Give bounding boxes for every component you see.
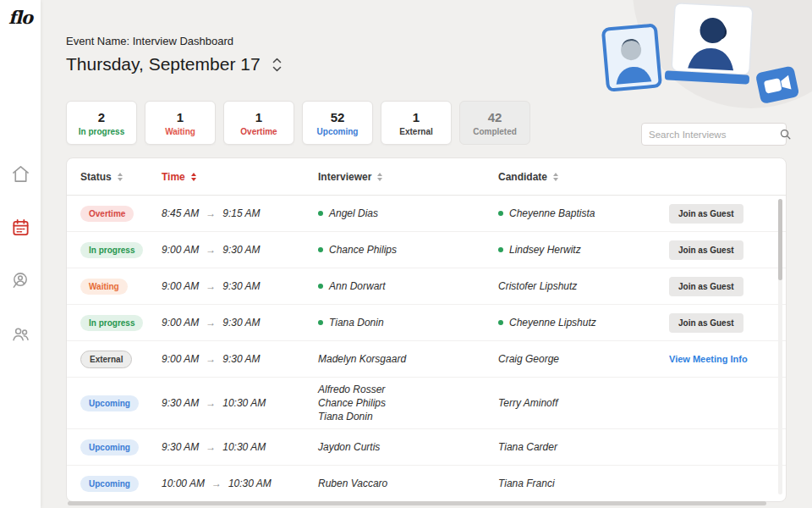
time-range: 9:00 AM→9:30 AM <box>162 244 318 256</box>
end-time: 9:30 AM <box>222 280 260 292</box>
end-time: 9:30 AM <box>222 244 260 256</box>
time-range: 10:00 AM→10:30 AM <box>162 478 318 489</box>
person-name: Jaydon Curtis <box>318 440 498 454</box>
sidebar-item-calendar[interactable] <box>10 217 30 237</box>
stat-count: 52 <box>331 110 345 124</box>
sort-icon[interactable] <box>553 173 558 181</box>
vertical-scrollbar-thumb[interactable] <box>778 199 782 280</box>
action-cell: Join as Guest <box>669 277 772 296</box>
column-header[interactable]: Time <box>162 171 318 183</box>
status-cell: In progress <box>80 315 162 331</box>
laptop-illustration <box>665 70 749 84</box>
arrow-right-icon: → <box>211 478 222 489</box>
time-range: 9:00 AM→9:30 AM <box>162 353 318 365</box>
home-icon <box>11 164 30 184</box>
join-as-guest-button[interactable]: Join as Guest <box>669 313 743 333</box>
interviewer-card-illustration <box>603 25 661 91</box>
sidebar-item-candidate-search[interactable] <box>10 270 30 290</box>
column-header[interactable]: Status <box>80 171 162 183</box>
status-badge: Waiting <box>80 279 128 295</box>
action-cell: Join as Guest <box>669 240 772 260</box>
table-header-row: Status Time Interviewer Candidate <box>67 158 786 196</box>
start-time: 9:30 AM <box>162 441 199 453</box>
status-badge: Upcoming <box>80 439 139 456</box>
start-time: 10:00 AM <box>162 478 205 489</box>
status-cell: In progress <box>80 242 162 258</box>
person-name: Terry Aminoff <box>498 396 669 410</box>
sort-icon[interactable] <box>191 173 196 181</box>
horizontal-scrollbar-thumb[interactable] <box>68 501 766 505</box>
vertical-scrollbar[interactable] <box>778 199 782 494</box>
action-cell: View Meeting Info <box>669 353 772 365</box>
status-cell: External <box>80 351 162 368</box>
person-name: Ann Dorwart <box>318 279 498 293</box>
sidebar-item-team[interactable] <box>10 323 30 344</box>
candidate-cell: Lindsey Herwitz <box>498 243 669 257</box>
stat-card[interactable]: 1 External <box>381 101 452 145</box>
candidate-cell: Terry Aminoff <box>498 396 669 410</box>
calendar-icon <box>11 218 30 237</box>
stat-card[interactable]: 1 Waiting <box>145 101 216 145</box>
person-name: Cheyenne Baptista <box>498 207 669 220</box>
table-row: In progress 9:00 AM→9:30 AM Chance Phili… <box>67 232 786 268</box>
search-input[interactable] <box>649 130 779 140</box>
join-as-guest-button[interactable]: Join as Guest <box>669 240 743 260</box>
person-name: Tiana Franci <box>498 477 669 490</box>
sidebar: flo <box>0 0 41 508</box>
stat-count: 1 <box>255 110 262 124</box>
online-dot <box>318 284 323 289</box>
person-name: Alfredo Rosser <box>318 383 498 396</box>
search-icon[interactable] <box>779 128 792 141</box>
person-name: Chance Philips <box>318 243 498 257</box>
end-time: 9:15 AM <box>222 207 260 219</box>
end-time: 9:30 AM <box>222 353 260 365</box>
stat-card[interactable]: 2 In progress <box>66 101 137 145</box>
sort-icon[interactable] <box>118 173 123 181</box>
search-box <box>641 123 787 146</box>
end-time: 10:30 AM <box>222 441 266 453</box>
status-badge: External <box>80 351 132 368</box>
person-name: Lindsey Herwitz <box>498 243 669 257</box>
status-cell: Upcoming <box>80 395 162 411</box>
column-header[interactable]: Candidate <box>498 171 669 183</box>
time-range: 9:30 AM→10:30 AM <box>162 397 318 409</box>
sidebar-nav <box>0 163 41 344</box>
sidebar-item-home[interactable] <box>10 163 30 184</box>
background-blob <box>633 0 812 108</box>
date-stepper[interactable] <box>272 57 282 73</box>
person-search-icon <box>11 271 30 290</box>
stat-label: Waiting <box>165 127 195 136</box>
status-badge: In progress <box>80 242 143 258</box>
arrow-right-icon: → <box>206 353 216 365</box>
person-name: Tiana Carder <box>498 440 669 454</box>
stat-label: In progress <box>79 127 124 136</box>
online-dot <box>498 320 503 325</box>
column-header-label: Interviewer <box>318 171 371 183</box>
join-as-guest-button[interactable]: Join as Guest <box>669 204 743 224</box>
stat-card[interactable]: 42 Completed <box>459 101 530 145</box>
online-dot <box>498 211 503 216</box>
status-badge: Upcoming <box>80 476 139 492</box>
view-meeting-info-link[interactable]: View Meeting Info <box>669 354 748 364</box>
person-name: Craig George <box>498 352 669 366</box>
person-name: Ruben Vaccaro <box>318 477 498 490</box>
sort-icon[interactable] <box>377 173 382 181</box>
time-range: 9:00 AM→9:30 AM <box>162 317 318 329</box>
join-as-guest-button[interactable]: Join as Guest <box>669 277 743 296</box>
interviewer-cell: Madelyn Korsgaard <box>318 352 498 366</box>
table-row: Upcoming 9:30 AM→10:30 AM Alfredo Rosser… <box>67 378 786 429</box>
candidate-cell: Cristofer Lipshutz <box>498 279 669 293</box>
status-badge: In progress <box>80 315 143 331</box>
table-row: Upcoming 9:30 AM→10:30 AM Jaydon Curtis … <box>67 429 786 466</box>
interviewee-card-illustration <box>672 3 753 75</box>
stat-card[interactable]: 1 Overtime <box>223 101 294 145</box>
end-time: 9:30 AM <box>222 317 260 329</box>
column-header[interactable]: Interviewer <box>318 171 498 183</box>
status-badge: Overtime <box>80 206 134 222</box>
candidate-cell: Cheyenne Baptista <box>498 207 669 220</box>
interviewer-cell: Chance Philips <box>318 243 498 257</box>
person-name: Cristofer Lipshutz <box>498 279 669 293</box>
candidate-cell: Tiana Franci <box>498 477 669 490</box>
stat-card[interactable]: 52 Upcoming <box>302 101 373 145</box>
candidate-cell: Cheyenne Lipshutz <box>498 316 669 329</box>
